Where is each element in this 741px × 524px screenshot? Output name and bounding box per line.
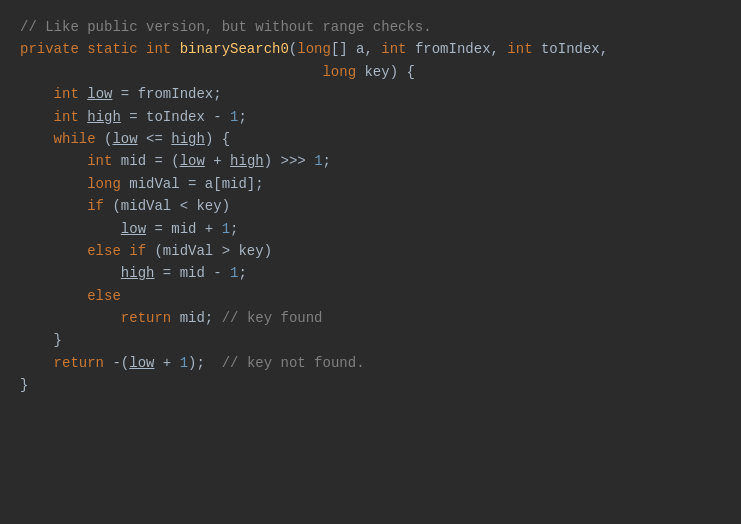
code-line-7: while (low <= high) { [20, 128, 721, 150]
code-line-9: long midVal = a[mid]; [20, 173, 721, 195]
code-line-5: int high = toIndex - 1; [20, 106, 721, 128]
code-line-17: } [20, 329, 721, 351]
code-line-16: return mid; // key found [20, 307, 721, 329]
code-line-18: return -(low + 1); // key not found. [20, 352, 721, 374]
code-line-15: else [20, 285, 721, 307]
code-line-2: private static int binarySearch0(long[] … [20, 38, 721, 60]
code-line-1: // Like public version, but without rang… [20, 16, 721, 38]
code-line-19: } [20, 374, 721, 396]
code-line-4: int low = fromIndex; [20, 83, 721, 105]
code-line-13: else if (midVal > key) [20, 240, 721, 262]
code-line-3: long key) { [20, 61, 721, 83]
code-line-12: low = mid + 1; [20, 218, 721, 240]
code-line-11: if (midVal < key) [20, 195, 721, 217]
code-editor: // Like public version, but without rang… [0, 0, 741, 524]
code-line-14: high = mid - 1; [20, 262, 721, 284]
code-line-8: int mid = (low + high) >>> 1; [20, 150, 721, 172]
